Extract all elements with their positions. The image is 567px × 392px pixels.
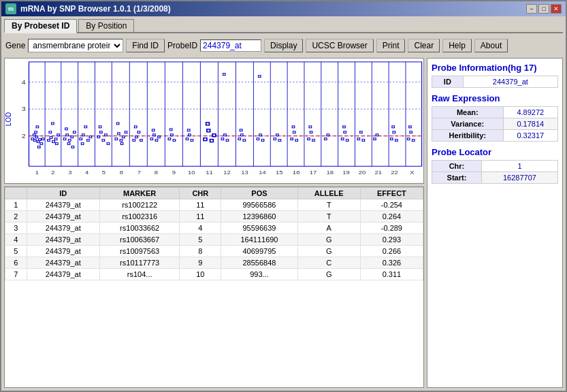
variance-value: 0.17814 [503,118,557,130]
cell-effect: 0.266 [360,246,423,257]
cell-allele: T [297,199,360,211]
cell-chr: 11 [180,199,221,211]
mean-value: 4.89272 [503,107,557,118]
main-window: m mRNA by SNP Browser 1.0.1 (1/3/2008) −… [0,0,567,392]
svg-text:1: 1 [35,169,39,176]
cell-marker: rs104... [99,269,179,280]
svg-text:X: X [410,169,415,176]
display-button[interactable]: Display [264,39,303,52]
table-row[interactable]: 2 244379_at rs1002316 11 12396860 T 0.26… [5,211,423,223]
cell-allele: G [297,234,360,246]
cell-num: 4 [5,234,27,246]
svg-text:2: 2 [51,169,54,176]
cell-num: 3 [5,223,27,234]
svg-text:20: 20 [359,169,366,176]
cell-chr: 5 [180,234,221,246]
close-button[interactable]: ✕ [551,4,562,14]
cell-pos: 99566586 [221,199,297,211]
chr-value: 1 [481,161,557,172]
cell-effect: 0.326 [360,257,423,269]
svg-text:10: 10 [188,169,195,176]
data-table: ID MARKER CHR POS ALLELE EFFECT 1 244379 [5,187,423,280]
svg-text:2: 2 [22,133,26,140]
maximize-button[interactable]: □ [538,4,549,14]
cell-chr: 11 [180,211,221,223]
probe-id-label: ID [432,76,464,88]
svg-text:15: 15 [276,169,283,176]
cell-num: 1 [5,199,27,211]
cell-effect: -0.289 [360,223,423,234]
col-chr: CHR [180,188,221,199]
cell-num: 6 [5,257,27,269]
svg-text:3: 3 [22,105,27,112]
svg-text:13: 13 [241,169,248,176]
variance-label: Variance: [432,118,504,130]
cell-effect: -0.254 [360,199,423,211]
cell-allele: G [297,246,360,257]
svg-text:12: 12 [223,169,231,176]
col-allele: ALLELE [297,188,360,199]
help-button[interactable]: Help [442,39,472,52]
svg-text:LOD: LOD [5,112,13,126]
raw-expression-table: Mean: 4.89272 Variance: 0.17814 Heritbil… [432,106,558,142]
svg-text:22: 22 [391,169,398,176]
cell-pos: 28556848 [221,257,297,269]
right-panel: Probe Information(hg 17) ID 244379_at Ra… [427,58,563,388]
cell-id: 244379_at [27,257,99,269]
probe-info-title: Probe Information(hg 17) [432,63,558,73]
heritability-label: Heritbility: [432,130,504,142]
tab-by-probeset-id[interactable]: By Probeset ID [4,19,77,33]
cell-num: 7 [5,269,27,280]
table-row[interactable]: 3 244379_at rs10033662 4 95596639 A -0.2… [5,223,423,234]
minimize-button[interactable]: − [526,4,537,14]
svg-text:5: 5 [102,169,106,176]
cell-marker: rs10063667 [99,234,179,246]
cell-chr: 10 [180,269,221,280]
table-row[interactable]: 7 244379_at rs104... 10 993... G 0.311 [5,269,423,280]
cell-chr: 9 [180,257,221,269]
svg-text:19: 19 [342,169,350,176]
gene-label: Gene [5,41,25,50]
cell-allele: G [297,269,360,280]
cell-allele: A [297,223,360,234]
cell-id: 244379_at [27,234,99,246]
tabs-bar: By Probeset ID By Position [4,19,563,33]
find-id-button[interactable]: Find ID [126,39,165,52]
svg-text:4: 4 [22,78,27,85]
cell-id: 244379_at [27,269,99,280]
table-row[interactable]: 5 244379_at rs10097563 8 40699795 G 0.26… [5,246,423,257]
start-label: Start: [432,172,482,184]
table-row[interactable]: 6 244379_at rs10117773 9 28556848 C 0.32… [5,257,423,269]
gene-select[interactable]: ansmembrane protein 16M [28,39,123,52]
about-button[interactable]: About [474,39,508,52]
tab-by-position[interactable]: By Position [78,19,134,32]
cell-id: 244379_at [27,199,99,211]
cell-effect: 0.311 [360,269,423,280]
cell-marker: rs10097563 [99,246,179,257]
svg-text:4: 4 [85,169,88,176]
probe-input[interactable] [200,39,261,52]
svg-text:21: 21 [375,169,383,176]
content-area: By Probeset ID By Position Gene ansmembr… [1,16,566,391]
cell-marker: rs10117773 [99,257,179,269]
probe-locator-table: Chr: 1 Start: 16287707 [432,160,558,184]
svg-rect-2 [29,62,421,166]
cell-effect: 0.264 [360,211,423,223]
cell-effect: 0.293 [360,234,423,246]
svg-text:14: 14 [259,169,266,176]
clear-button[interactable]: Clear [408,39,440,52]
probe-info-table: ID 244379_at [432,76,558,88]
cell-pos: 40699795 [221,246,297,257]
cell-num: 5 [5,246,27,257]
toolbar: Gene ansmembrane protein 16M Find ID Pro… [4,36,563,55]
table-scroll[interactable]: ID MARKER CHR POS ALLELE EFFECT 1 244379 [5,187,423,387]
ucsc-browser-button[interactable]: UCSC Browser [306,39,373,52]
title-bar-text: m mRNA by SNP Browser 1.0.1 (1/3/2008) [5,3,171,14]
probe-locator-title: Probe Locator [432,147,558,157]
probe-label: ProbeID [167,41,197,50]
cell-marker: rs10033662 [99,223,179,234]
print-button[interactable]: Print [376,39,406,52]
table-row[interactable]: 4 244379_at rs10063667 5 164111690 G 0.2… [5,234,423,246]
cell-allele: C [297,257,360,269]
table-row[interactable]: 1 244379_at rs1002122 11 99566586 T -0.2… [5,199,423,211]
